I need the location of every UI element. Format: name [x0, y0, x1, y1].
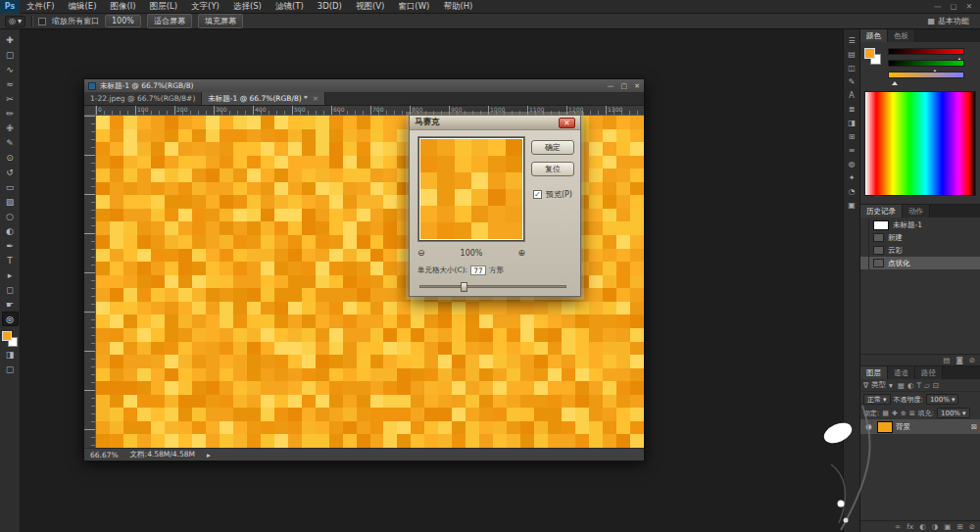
- lock-pixels-icon[interactable]: ✚: [892, 410, 898, 417]
- history-brush-source[interactable]: [860, 244, 869, 257]
- link-icon[interactable]: ∞: [895, 522, 901, 531]
- filter-pixel-icon[interactable]: ▦: [898, 381, 905, 390]
- document-titlebar[interactable]: 未标题-1 @ 66.7%(RGB/8) — ▢ ✕: [84, 79, 644, 92]
- tab-close-icon[interactable]: ×: [313, 94, 318, 103]
- dock-panel-icon[interactable]: ◍: [845, 159, 858, 169]
- document-tab[interactable]: 未标题-1 @ 66.7%(RGB/8) *×: [202, 92, 325, 105]
- panel-tab[interactable]: 图层: [860, 366, 888, 379]
- history-item[interactable]: 云彩: [860, 244, 980, 257]
- new-doc-from-state-icon[interactable]: ▤: [943, 356, 950, 364]
- lasso-tool[interactable]: ∿: [2, 62, 19, 76]
- marquee-tool[interactable]: ▢: [2, 47, 19, 62]
- app-close-button[interactable]: ✕: [966, 2, 972, 11]
- path-select-tool[interactable]: ▸: [2, 267, 19, 282]
- history-item[interactable]: 点状化: [860, 257, 980, 269]
- type-tool[interactable]: T: [2, 253, 19, 267]
- workspace-switcher[interactable]: ▦ 基本功能: [927, 16, 975, 26]
- filter-shape-icon[interactable]: ▱: [924, 381, 930, 390]
- blend-mode-select[interactable]: 正常 ▾: [863, 394, 891, 405]
- panel-tab[interactable]: 色板: [888, 29, 915, 42]
- history-item[interactable]: 未标题-1: [860, 218, 980, 231]
- panel-tab[interactable]: 动作: [903, 205, 930, 218]
- dock-panel-icon[interactable]: ≡: [845, 145, 858, 156]
- resize-windows-checkbox[interactable]: [38, 18, 46, 25]
- zoom-in-icon[interactable]: ⊕: [517, 248, 525, 258]
- fill-screen-button[interactable]: 填充屏幕: [198, 14, 243, 28]
- history-item[interactable]: 新建: [860, 231, 980, 244]
- tool-preset-picker[interactable]: ◎ ▾: [5, 16, 25, 27]
- quick-mask-button[interactable]: ◨: [2, 347, 19, 362]
- menu-item[interactable]: 视图(V): [349, 0, 391, 13]
- new-layer-icon[interactable]: ⊞: [956, 522, 962, 531]
- dialog-titlebar[interactable]: 马赛克 ✕: [410, 116, 580, 130]
- menu-item[interactable]: 滤镜(T): [269, 0, 311, 13]
- foreground-color-swatch[interactable]: [2, 331, 12, 341]
- slider-handle[interactable]: [461, 282, 467, 292]
- menu-item[interactable]: 窗口(W): [391, 0, 436, 13]
- filter-preview[interactable]: [417, 136, 525, 242]
- crop-tool[interactable]: ✂: [2, 91, 19, 106]
- panel-tab[interactable]: 路径: [915, 366, 943, 379]
- lock-transparency-icon[interactable]: ▦: [882, 410, 889, 417]
- panel-tab[interactable]: 历史记录: [860, 205, 903, 218]
- trash-icon[interactable]: ⊘: [969, 522, 975, 531]
- dock-panel-icon[interactable]: ◫: [845, 63, 858, 73]
- zoom-level[interactable]: 66.67%: [90, 451, 119, 459]
- blur-tool[interactable]: ○: [2, 209, 19, 223]
- zoom-tool[interactable]: ◎: [2, 312, 19, 326]
- status-arrow-icon[interactable]: ▸: [207, 451, 211, 459]
- opacity-select[interactable]: 100% ▾: [926, 394, 959, 405]
- adjustment-icon[interactable]: ◑: [932, 522, 939, 531]
- dock-panel-icon[interactable]: ▤: [845, 49, 858, 60]
- dialog-close-button[interactable]: ✕: [559, 118, 575, 128]
- trash-icon[interactable]: ⊘: [969, 356, 975, 364]
- zoom-out-icon[interactable]: ⊖: [417, 248, 425, 258]
- gradient-tool[interactable]: ▧: [2, 194, 19, 209]
- filter-type-icon[interactable]: T: [916, 381, 921, 390]
- mask-icon[interactable]: ◐: [919, 522, 926, 531]
- dock-panel-icon[interactable]: ◨: [845, 118, 858, 128]
- preview-checkbox[interactable]: ✓: [533, 190, 542, 199]
- dodge-tool[interactable]: ◐: [2, 223, 19, 238]
- green-channel-slider[interactable]: [888, 60, 964, 67]
- move-tool[interactable]: ✚: [2, 32, 19, 47]
- dock-panel-icon[interactable]: ◔: [845, 186, 858, 197]
- doc-minimize-button[interactable]: —: [608, 82, 614, 90]
- screen-mode-button[interactable]: ▢: [2, 362, 19, 376]
- dock-panel-icon[interactable]: ✎: [845, 76, 858, 87]
- pen-tool[interactable]: ✒: [2, 238, 19, 253]
- new-snapshot-icon[interactable]: ◙: [956, 356, 962, 364]
- panel-tab[interactable]: 通道: [888, 366, 915, 379]
- foreground-color-chip[interactable]: [864, 48, 875, 59]
- document-tab[interactable]: 1-22.jpeg @ 66.7%(RGB/8#): [84, 92, 202, 105]
- menu-item[interactable]: 帮助(H): [436, 0, 479, 13]
- history-brush-source[interactable]: [860, 257, 869, 269]
- reset-button[interactable]: 复位: [531, 162, 574, 176]
- dock-panel-icon[interactable]: ▣: [845, 200, 858, 211]
- group-icon[interactable]: ▣: [944, 522, 951, 531]
- dock-panel-icon[interactable]: A: [845, 90, 858, 101]
- app-restore-button[interactable]: ▢: [951, 2, 957, 11]
- shape-tool[interactable]: ◻: [2, 282, 19, 297]
- layer-row[interactable]: ◉背景⊠: [860, 419, 980, 434]
- blue-channel-slider[interactable]: [888, 72, 964, 78]
- doc-restore-button[interactable]: ▢: [621, 82, 628, 90]
- cell-size-input[interactable]: 77: [470, 266, 486, 275]
- lock-all-icon[interactable]: ⊠: [909, 410, 915, 417]
- panel-tab[interactable]: 颜色: [860, 29, 888, 42]
- menu-item[interactable]: 文字(Y): [184, 0, 226, 13]
- dock-panel-icon[interactable]: ≣: [845, 104, 858, 115]
- hand-tool[interactable]: ☛: [2, 297, 19, 312]
- color-spectrum[interactable]: [864, 91, 976, 196]
- eraser-tool[interactable]: ▭: [2, 179, 19, 194]
- app-minimize-button[interactable]: —: [934, 2, 942, 11]
- lock-position-icon[interactable]: ⊕: [901, 410, 906, 417]
- dock-panel-icon[interactable]: ✦: [845, 172, 858, 183]
- fx-icon[interactable]: fx: [906, 522, 913, 531]
- dock-panel-icon[interactable]: ☰: [845, 35, 858, 46]
- menu-item[interactable]: 图像(I): [104, 0, 143, 13]
- actual-pixels-button[interactable]: 100%: [105, 15, 141, 27]
- dock-panel-icon[interactable]: ⊞: [845, 131, 858, 142]
- fill-select[interactable]: 100% ▾: [937, 408, 970, 418]
- brush-tool[interactable]: ✎: [2, 135, 19, 150]
